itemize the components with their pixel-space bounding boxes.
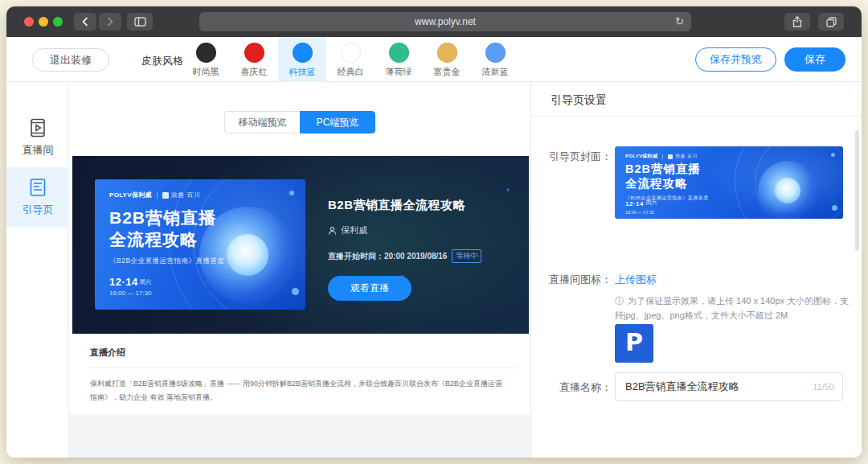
room-icon-label: 直播间图标：: [539, 273, 612, 287]
share-button[interactable]: [784, 13, 810, 31]
blue-swatch-dot: [293, 43, 313, 63]
live-name-field: 11/50: [615, 372, 843, 401]
red-swatch-dot: [244, 43, 264, 63]
live-info-block: B2B营销直播全流程攻略 保利威 直播开始时间：20:00 2019/08/16…: [328, 198, 481, 301]
green-swatch-dot: [389, 43, 409, 63]
panel-scrollbar[interactable]: [855, 130, 859, 251]
watch-live-button[interactable]: 观看直播: [328, 276, 411, 301]
skin-swatch-red[interactable]: 喜庆红: [230, 37, 278, 82]
decor-dot: [292, 288, 299, 295]
skin-swatch-black[interactable]: 时尚黑: [182, 37, 230, 82]
guide-page-icon: [27, 177, 48, 198]
divider: [90, 368, 518, 368]
icon-upload-hint: ⓘ 为了保证显示效果，请上传 140 x 140px 大小的图标，支持jpg、j…: [615, 294, 853, 322]
gold-swatch-dot: [437, 43, 457, 63]
person-icon: [328, 226, 337, 236]
partner-logo-icon: [668, 154, 673, 159]
skin-swatch-gold[interactable]: 富贵金: [423, 37, 471, 82]
black-swatch-dot: [196, 43, 216, 63]
minimize-window-button[interactable]: [39, 17, 48, 27]
decor-dot: [832, 205, 837, 211]
guide-cover-thumbnail[interactable]: POLYV保利威 致趣·百川 B2B营销直播 全流程攻略 《B2B企业直播运营指…: [615, 146, 843, 219]
back-button[interactable]: [74, 13, 96, 31]
settings-title: 引导页设置: [551, 93, 607, 108]
save-and-preview-button[interactable]: 保存并预览: [695, 47, 776, 72]
preview-area: 移动端预览 PC端预览 POLYV保利威 致趣·百川: [69, 82, 530, 458]
poster-date: 12·14周六 16:00 — 17:30: [625, 195, 657, 215]
poster-brand-row: POLYV保利威 致趣·百川: [625, 153, 698, 160]
white-swatch-dot: [341, 43, 361, 63]
live-intro-section: 直播介绍 保利威打造「B2B营销直播S级攻略」直播 —— 用90分钟拆解B2B营…: [72, 334, 529, 414]
preview-device-tabs: 移动端预览 PC端预览: [224, 111, 375, 133]
intro-body-text: 保利威打造「B2B营销直播S级攻略」直播 —— 用90分钟拆解B2B营销直播全流…: [90, 377, 510, 404]
address-bar[interactable]: www.polyv.net ↻: [199, 12, 691, 31]
browser-window: www.polyv.net ↻ 退出装修 皮肤风格 时尚黑 喜庆红 科技蓝: [6, 6, 862, 458]
live-title: B2B营销直播全流程攻略: [328, 198, 481, 213]
partner-logo-icon: [162, 192, 169, 199]
host-row: 保利威: [328, 224, 481, 236]
intro-heading: 直播介绍: [90, 347, 125, 359]
live-room-icon: [27, 117, 48, 138]
guide-page-hero: POLYV保利威 致趣·百川 B2B营销直播 全流程攻略 《B2B企业直播运营指…: [72, 156, 529, 334]
disc-core: [775, 178, 800, 203]
sidebar-item-live-room[interactable]: 直播间: [6, 108, 69, 167]
skin-swatch-tech-blue[interactable]: 科技蓝: [278, 37, 326, 82]
skin-swatch-light-blue[interactable]: 清新蓝: [471, 37, 519, 82]
refresh-icon[interactable]: ↻: [675, 12, 684, 31]
page-sidebar: 直播间 引导页: [6, 82, 69, 458]
live-name-label: 直播名称：: [539, 380, 612, 395]
skin-style-label: 皮肤风格: [141, 54, 183, 68]
polyv-logo-text: POLYV保利威: [625, 153, 657, 160]
nav-buttons: [74, 13, 124, 31]
decoration-toolbar: 退出装修 皮肤风格 时尚黑 喜庆红 科技蓝 经典白 薄荷绿: [6, 37, 862, 82]
disc-core: [227, 234, 268, 276]
poster-date: 12·14周六 16:00 — 17:30: [109, 274, 151, 297]
polyv-logo-text: POLYV保利威: [109, 191, 152, 199]
divider: [157, 192, 158, 199]
url-text: www.polyv.net: [415, 16, 476, 27]
exit-decoration-button[interactable]: 退出装修: [32, 48, 109, 72]
save-button[interactable]: 保存: [784, 47, 845, 72]
status-badge: 等待中: [452, 249, 481, 263]
live-name-counter: 11/50: [813, 373, 834, 400]
decor-dot: [506, 188, 510, 191]
poster-brand-row: POLYV保利威 致趣·百川: [109, 191, 200, 199]
live-cover-poster: POLYV保利威 致趣·百川 B2B营销直播 全流程攻略 《B2B企业直播运营指…: [95, 179, 305, 310]
sidebar-item-guide-page[interactable]: 引导页: [6, 167, 69, 227]
skin-swatch-white[interactable]: 经典白: [326, 37, 375, 82]
poster-subtitle: 《B2B企业直播运营指南》直播首发: [109, 257, 225, 266]
divider: [662, 154, 663, 159]
live-name-input[interactable]: [616, 373, 842, 400]
host-name: 保利威: [341, 224, 367, 236]
show-tabs-button[interactable]: [818, 13, 844, 31]
tab-pc-preview[interactable]: PC端预览: [300, 111, 375, 133]
start-time-text: 直播开始时间：20:00 2019/08/16: [328, 251, 447, 262]
sidebar-toggle-button[interactable]: [127, 13, 153, 31]
tab-mobile-preview[interactable]: 移动端预览: [224, 111, 300, 133]
decor-dot: [289, 191, 294, 195]
guide-page-settings-panel: 引导页设置 引导页封面： POLYV保利威 致趣·百川 B2B营销直播 全流程攻…: [530, 82, 862, 458]
room-icon-preview: P: [615, 324, 653, 363]
skin-swatches: 时尚黑 喜庆红 科技蓝 经典白 薄荷绿 富贵金: [182, 37, 519, 82]
cover-label: 引导页封面：: [539, 150, 612, 164]
decor-dot: [831, 153, 835, 157]
forward-button[interactable]: [99, 13, 121, 31]
page-background: [69, 414, 530, 458]
partner-logo-text: 致趣·百川: [675, 153, 698, 160]
poster-title: B2B营销直播 全流程攻略: [625, 162, 701, 191]
start-time-row: 直播开始时间：20:00 2019/08/16 等待中: [328, 249, 481, 263]
info-icon: ⓘ: [615, 296, 624, 306]
skin-swatch-green[interactable]: 薄荷绿: [375, 37, 423, 82]
browser-chrome: www.polyv.net ↻: [6, 6, 862, 37]
light-blue-swatch-dot: [485, 43, 506, 63]
upload-icon-link[interactable]: 上传图标: [615, 273, 657, 287]
partner-logo-text: 致趣·百川: [171, 191, 200, 199]
close-window-button[interactable]: [24, 17, 34, 27]
divider: [531, 116, 862, 117]
poster-title: B2B营销直播 全流程攻略: [109, 207, 216, 251]
zoom-window-button[interactable]: [53, 17, 63, 27]
